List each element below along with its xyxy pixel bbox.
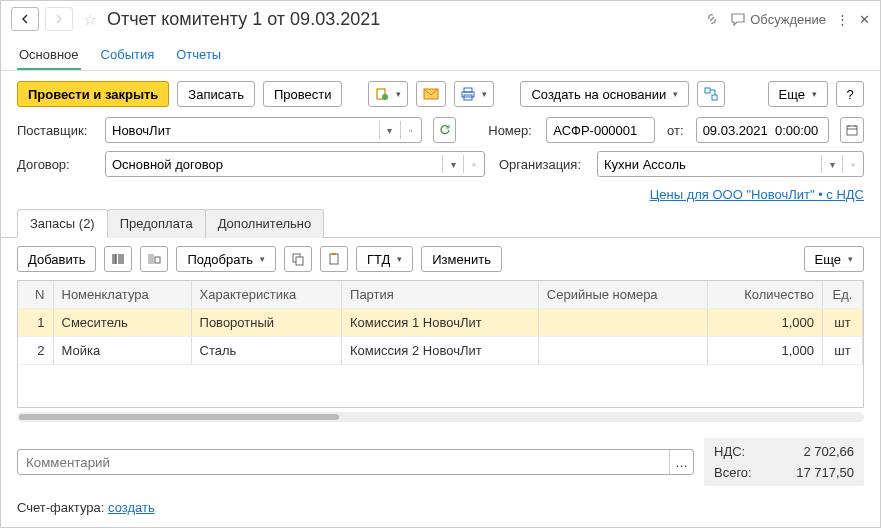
comment-expand-icon[interactable]: … [669,450,693,474]
cell-batch: Комиссия 1 НовочЛит [342,309,539,337]
more-label: Еще [779,87,805,102]
copy-button[interactable] [284,246,312,272]
select-label: Подобрать [187,252,252,267]
cell-qty: 1,000 [708,337,823,365]
contract-input[interactable] [106,154,442,175]
svg-rect-9 [155,257,160,263]
invoice-label: Счет-фактура: [17,500,104,515]
discussion-button[interactable]: Обсуждение [730,11,826,27]
attach-button[interactable]: ▾ [368,81,408,107]
svg-rect-6 [705,88,710,93]
cell-n: 2 [18,337,53,365]
comment-input-group: … [17,449,694,475]
nav-back-button[interactable] [11,7,39,31]
select-button[interactable]: Подобрать▾ [176,246,275,272]
number-input-group [546,117,655,143]
table-container: N Номенклатура Характеристика Партия Сер… [17,280,864,408]
titlebar: ☆ Отчет комитенту 1 от 09.03.2021 Обсужд… [1,1,880,37]
tab-prepay[interactable]: Предоплата [107,209,206,238]
calendar-button[interactable] [840,117,864,143]
invoice-row: Счет-фактура: создать [1,494,880,527]
discussion-label: Обсуждение [750,12,826,27]
favorite-star-icon[interactable]: ☆ [83,10,97,29]
org-input[interactable] [598,154,821,175]
page-title: Отчет комитенту 1 от 09.03.2021 [107,9,698,30]
kebab-menu-icon[interactable]: ⋮ [836,12,849,27]
structure-button[interactable] [697,81,725,107]
post-close-button[interactable]: Провести и закрыть [17,81,169,107]
number-input[interactable] [547,120,654,141]
comment-input[interactable] [18,450,669,474]
supplier-input[interactable] [106,120,379,141]
main-toolbar: Провести и закрыть Записать Провести ▾ ▾… [1,71,880,117]
supplier-refresh-button[interactable] [433,117,457,143]
svg-rect-11 [296,257,303,265]
date-input[interactable] [697,120,829,141]
svg-rect-13 [332,253,336,255]
cell-serial [538,337,707,365]
header-serial[interactable]: Серийные номера [538,281,707,309]
close-icon[interactable]: ✕ [859,12,870,27]
add-button[interactable]: Добавить [17,246,96,272]
svg-rect-7 [712,95,717,100]
table-row[interactable]: 1СмесительПоворотныйКомиссия 1 НовочЛит1… [18,309,863,337]
contract-open-icon[interactable]: ▫ [464,152,484,176]
scanner-button[interactable] [140,246,168,272]
save-button[interactable]: Записать [177,81,255,107]
more-button[interactable]: Еще▾ [768,81,828,107]
mail-button[interactable] [416,81,446,107]
tab-extra[interactable]: Дополнительно [205,209,325,238]
vat-label: НДС: [714,444,745,459]
org-dropdown-icon[interactable]: ▾ [822,152,842,176]
tab-main[interactable]: Основное [17,41,81,70]
link-icon[interactable] [704,11,720,27]
svg-rect-8 [847,126,857,135]
supplier-dropdown-icon[interactable]: ▾ [380,118,400,142]
cell-nom: Смеситель [53,309,191,337]
cell-batch: Комиссия 2 НовочЛит [342,337,539,365]
gtd-label: ГТД [367,252,390,267]
price-link[interactable]: Цены для ООО "НовочЛит" • с НДС [650,187,864,202]
svg-rect-12 [330,254,338,264]
items-table: N Номенклатура Характеристика Партия Сер… [18,281,863,365]
print-button[interactable]: ▾ [454,81,494,107]
contract-dropdown-icon[interactable]: ▾ [443,152,463,176]
barcode-button[interactable] [104,246,132,272]
cell-char: Сталь [191,337,342,365]
cell-qty: 1,000 [708,309,823,337]
change-button[interactable]: Изменить [421,246,502,272]
svg-point-1 [382,94,388,100]
tab-events[interactable]: События [99,41,157,70]
cell-n: 1 [18,309,53,337]
cell-unit: шт [823,337,863,365]
supplier-label: Поставщик: [17,123,97,138]
horizontal-scrollbar[interactable] [17,412,864,422]
header-unit[interactable]: Ед. [823,281,863,309]
gtd-button[interactable]: ГТД▾ [356,246,413,272]
post-button[interactable]: Провести [263,81,343,107]
nav-forward-button[interactable] [45,7,73,31]
supplier-open-icon[interactable]: ▫ [401,118,421,142]
header-batch[interactable]: Партия [342,281,539,309]
svg-rect-3 [464,88,472,92]
header-nom[interactable]: Номенклатура [53,281,191,309]
header-n[interactable]: N [18,281,53,309]
table-toolbar: Добавить Подобрать▾ ГТД▾ Изменить Еще▾ [1,238,880,280]
inner-tabs: Запасы (2) Предоплата Дополнительно [1,208,880,238]
tab-stock[interactable]: Запасы (2) [17,209,108,238]
cell-nom: Мойка [53,337,191,365]
invoice-create-link[interactable]: создать [108,500,155,515]
tab-reports[interactable]: Отчеты [174,41,223,70]
table-more-button[interactable]: Еще▾ [804,246,864,272]
create-based-button[interactable]: Создать на основании▾ [520,81,689,107]
org-open-icon[interactable]: ▫ [843,152,863,176]
nav-tabs: Основное События Отчеты [1,37,880,71]
header-char[interactable]: Характеристика [191,281,342,309]
paste-button[interactable] [320,246,348,272]
contract-input-group: ▾ ▫ [105,151,485,177]
org-input-group: ▾ ▫ [597,151,864,177]
help-button[interactable]: ? [836,81,864,107]
number-label: Номер: [488,123,538,138]
table-row[interactable]: 2МойкаСтальКомиссия 2 НовочЛит1,000шт [18,337,863,365]
header-qty[interactable]: Количество [708,281,823,309]
